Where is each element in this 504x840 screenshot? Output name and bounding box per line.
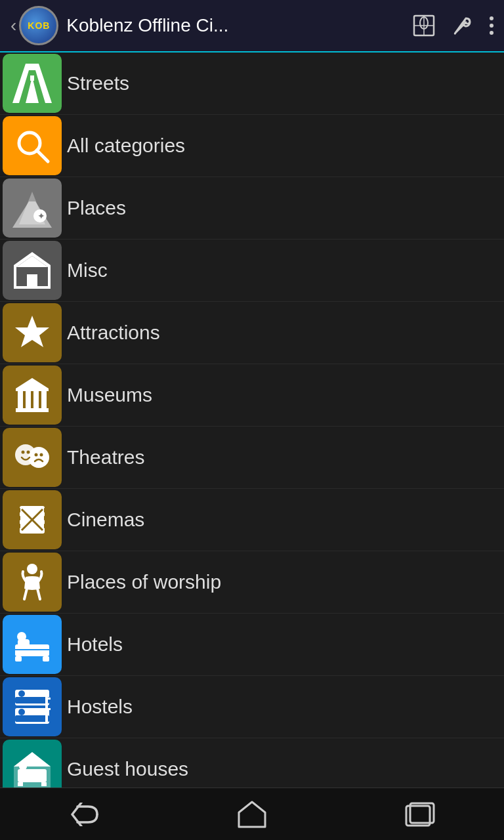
recents-button[interactable] (400, 798, 440, 831)
header-actions (412, 14, 494, 37)
svg-rect-8 (30, 86, 34, 91)
worship-icon-box (3, 553, 62, 612)
svg-rect-53 (15, 697, 49, 704)
more-options-icon[interactable] (490, 16, 494, 35)
svg-text:✦: ✦ (37, 211, 45, 221)
svg-rect-21 (16, 388, 49, 391)
cinemas-icon-box (3, 490, 62, 549)
svg-point-28 (28, 447, 49, 468)
menu-item-places-of-worship[interactable]: Places of worship (0, 551, 504, 614)
svg-point-46 (17, 632, 26, 641)
svg-rect-48 (43, 656, 49, 662)
svg-rect-23 (18, 391, 23, 408)
misc-icon-box (3, 241, 62, 300)
attractions-icon-box (3, 303, 62, 362)
dots-container (490, 16, 494, 35)
menu-list: Streets All categories ✦ Places (0, 52, 504, 788)
places-label: Places (67, 197, 126, 219)
museums-label: Museums (67, 384, 152, 406)
menu-item-places[interactable]: ✦ Places (0, 177, 504, 240)
svg-point-30 (27, 451, 30, 454)
svg-rect-63 (18, 782, 23, 786)
svg-marker-60 (14, 752, 51, 766)
menu-item-misc[interactable]: Misc (0, 240, 504, 302)
svg-rect-61 (18, 769, 47, 782)
dot1 (490, 16, 494, 20)
back-button[interactable] (64, 798, 104, 831)
svg-rect-58 (45, 708, 51, 710)
places-icon-box: ✦ (3, 178, 62, 238)
all-categories-label: All categories (67, 135, 185, 157)
map-icon[interactable] (412, 14, 436, 37)
theatres-label: Theatres (67, 446, 144, 469)
svg-marker-72 (239, 802, 265, 827)
attractions-label: Attractions (67, 322, 160, 344)
logo-text: KOB (28, 20, 50, 31)
worship-label: Places of worship (67, 571, 221, 593)
dot3 (490, 31, 494, 35)
app-logo: KOB (19, 6, 58, 45)
svg-point-43 (27, 564, 37, 574)
svg-rect-26 (41, 391, 47, 408)
streets-icon-box (3, 54, 62, 113)
dot2 (490, 24, 494, 28)
svg-rect-39 (44, 516, 49, 520)
svg-rect-36 (15, 516, 20, 520)
svg-rect-55 (15, 715, 49, 722)
menu-item-theatres[interactable]: Theatres (0, 427, 504, 489)
svg-marker-19 (15, 316, 49, 347)
all-categories-icon-box (3, 116, 62, 175)
hotels-label: Hotels (67, 633, 123, 656)
svg-rect-25 (33, 391, 39, 408)
menu-item-attractions[interactable]: Attractions (0, 302, 504, 364)
svg-rect-7 (30, 75, 34, 81)
app-header: ‹ KOB Koblenz Offline Ci... (0, 0, 504, 52)
svg-point-4 (465, 18, 470, 24)
menu-item-hostels[interactable]: Hostels (0, 676, 504, 738)
streets-label: Streets (67, 72, 129, 94)
guest-houses-label: Guest houses (67, 758, 188, 780)
svg-point-31 (35, 453, 38, 457)
misc-label: Misc (67, 259, 108, 282)
svg-rect-37 (15, 524, 20, 528)
bottom-navigation (0, 788, 504, 840)
theatres-icon-box (3, 428, 62, 487)
hostels-icon-box (3, 677, 62, 736)
menu-item-hotels[interactable]: Hotels (0, 614, 504, 676)
svg-marker-20 (16, 378, 49, 388)
hostels-label: Hostels (67, 696, 133, 718)
svg-rect-57 (45, 698, 51, 700)
menu-item-streets[interactable]: Streets (0, 52, 504, 115)
menu-item-cinemas[interactable]: Cinemas (0, 489, 504, 551)
svg-point-52 (18, 690, 25, 697)
app-title: Koblenz Offline Ci... (66, 15, 412, 36)
svg-rect-56 (45, 690, 48, 724)
settings-icon[interactable] (452, 14, 474, 37)
svg-rect-24 (26, 391, 31, 408)
svg-rect-38 (44, 508, 49, 513)
svg-marker-5 (12, 64, 52, 103)
menu-item-guest-houses[interactable]: Guest houses (0, 738, 504, 788)
menu-item-museums[interactable]: Museums (0, 364, 504, 427)
hotels-icon-box (3, 615, 62, 674)
svg-rect-40 (44, 524, 49, 528)
svg-line-10 (37, 150, 48, 161)
svg-rect-47 (15, 656, 22, 662)
svg-rect-22 (16, 408, 49, 412)
svg-point-32 (40, 453, 43, 457)
svg-point-29 (22, 451, 25, 454)
cinemas-label: Cinemas (67, 509, 144, 531)
back-chevron[interactable]: ‹ (10, 15, 16, 36)
home-button[interactable] (232, 798, 272, 831)
svg-point-54 (18, 709, 25, 715)
svg-rect-64 (41, 782, 47, 786)
svg-point-62 (19, 763, 27, 770)
menu-item-all-categories[interactable]: All categories (0, 115, 504, 177)
museums-icon-box (3, 366, 62, 425)
guesthouses-icon-box (3, 740, 62, 788)
svg-rect-17 (27, 274, 37, 286)
svg-rect-35 (15, 508, 20, 513)
